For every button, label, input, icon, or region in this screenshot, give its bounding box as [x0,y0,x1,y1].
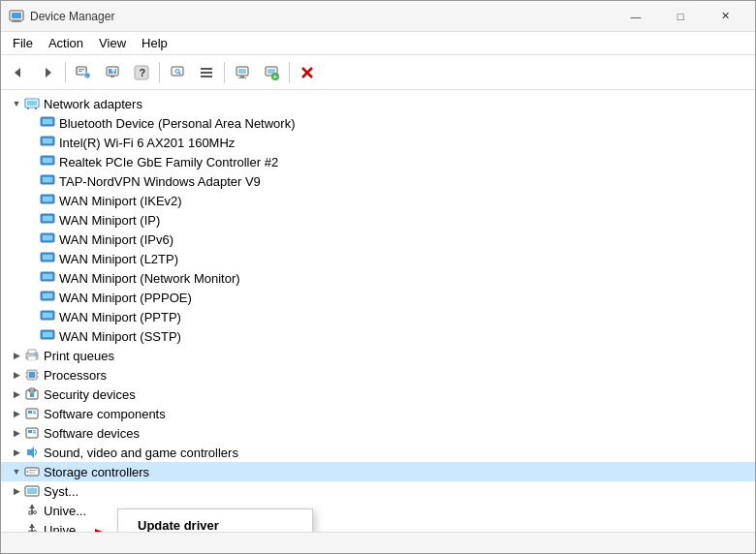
tree-realtek[interactable]: ▶ Realtek PCIe GbE Family Controller #2 [1,152,755,171]
tree-universal-2[interactable]: ▶ Unive... [1,520,755,532]
svg-marker-5 [46,68,51,77]
expand-security-devices[interactable]: ▶ [9,386,24,402]
tree-universal-1[interactable]: ▶ Unive... [1,501,755,520]
add-button[interactable]: + [258,59,285,86]
tree-storage-controllers[interactable]: ▼ Storage controllers [1,462,755,481]
tree-wan-pppoe[interactable]: ▶ WAN Miniport (PPPOE) [1,288,755,307]
scan-button[interactable] [164,59,191,86]
expand-processors[interactable]: ▶ [9,367,24,383]
expand-software-devices[interactable]: ▶ [9,425,24,441]
tree-security-devices[interactable]: ▶ Security devices [1,385,755,404]
device-manager-window: Device Manager — □ ✕ File Action View He… [0,0,756,554]
wan-pptp-label: WAN Miniport (PPTP) [59,310,181,324]
tree-tap-nord[interactable]: ▶ TAP-NordVPN Windows Adapter V9 [1,171,755,191]
svg-rect-13 [110,76,114,77]
sound-video-label: Sound, video and game controllers [44,446,238,460]
tree-sound-video[interactable]: ▶ Sound, video and game controllers [1,443,755,462]
title-bar: Device Manager — □ ✕ [1,1,755,32]
toolbar-sep-2 [159,62,160,83]
realtek-icon [40,154,55,169]
tree-wan-netmon[interactable]: ▶ WAN Miniport (Network Monitor) [1,268,755,288]
device-tree[interactable]: ▼ Network adapters ▶ [1,90,755,532]
expand-storage-controllers[interactable]: ▼ [9,464,24,479]
svg-rect-48 [43,216,52,221]
wan-ipv6-label: WAN Miniport (IPv6) [59,232,173,247]
svg-marker-95 [29,524,35,528]
tree-intel-wifi[interactable]: ▶ Intel(R) Wi-Fi 6 AX201 160MHz [1,133,755,152]
tap-nord-icon [40,173,55,189]
wan-pppoe-icon [40,290,55,305]
menu-view[interactable]: View [91,34,134,52]
svg-rect-79 [28,430,32,433]
tree-wan-l2tp[interactable]: ▶ WAN Miniport (L2TP) [1,249,755,268]
network-adapters-icon [24,96,40,111]
expand-system-devices[interactable]: ▶ [9,483,24,499]
svg-text:?: ? [140,67,146,78]
storage-controllers-icon [24,464,40,479]
expand-software-components[interactable]: ▶ [9,406,24,421]
svg-rect-1 [12,13,21,18]
context-menu: Update driver Uninstall device Scan for … [117,508,313,532]
wan-ikev2-label: WAN Miniport (IKEv2) [59,194,182,208]
wan-ikev2-icon [40,193,55,208]
close-button[interactable]: ✕ [703,1,747,32]
minimize-button[interactable]: — [614,1,658,32]
update-driver-button[interactable] [99,59,126,86]
universal-1-label: Unive... [44,504,86,518]
svg-rect-88 [27,488,37,494]
tree-wan-ip[interactable]: ▶ WAN Miniport (IP) [1,210,755,230]
intel-wifi-label: Intel(R) Wi-Fi 6 AX201 160MHz [59,136,235,150]
tree-wan-sstp[interactable]: ▶ WAN Miniport (SSTP) [1,326,755,346]
tree-system-devices[interactable]: ▶ Syst... [1,481,755,501]
expand-network-adapters[interactable]: ▼ [9,96,24,111]
back-button[interactable] [5,59,32,86]
storage-controllers-label: Storage controllers [44,465,149,479]
menu-file[interactable]: File [5,34,41,52]
svg-marker-4 [15,68,20,77]
svg-rect-58 [43,313,52,318]
tree-wan-ikev2[interactable]: ▶ WAN Miniport (IKEv2) [1,191,755,210]
svg-rect-42 [43,158,52,163]
tree-software-devices[interactable]: ▶ Software devices [1,423,755,443]
ctx-update-driver[interactable]: Update driver [118,512,312,532]
tree-software-components[interactable]: ▶ Software components [1,404,755,423]
svg-rect-25 [240,76,244,77]
network-adapters-label: Network adapters [44,97,142,111]
toolbar-sep-1 [65,62,66,83]
universal-2-label: Unive... [44,523,86,533]
tap-nord-label: TAP-NordVPN Windows Adapter V9 [59,174,261,189]
tree-processors[interactable]: ▶ Processors [1,365,755,385]
svg-point-92 [34,511,37,514]
tree-wan-pptp[interactable]: ▶ WAN Miniport (PPTP) [1,307,755,326]
tree-network-adapters[interactable]: ▼ Network adapters [1,94,755,113]
properties-button[interactable]: i [70,59,97,86]
tree-bluetooth[interactable]: ▶ Bluetooth Device (Personal Area Networ… [1,113,755,133]
expand-sound-video[interactable]: ▶ [9,445,24,460]
wan-ipv6-icon [40,231,55,247]
svg-rect-76 [33,411,36,413]
device-button[interactable] [229,59,256,86]
svg-rect-54 [43,274,52,279]
wan-ip-label: WAN Miniport (IP) [59,213,160,228]
svg-marker-90 [29,505,35,508]
view-button[interactable] [193,59,220,86]
toolbar-sep-4 [289,62,290,83]
menu-bar: File Action View Help [1,32,755,55]
tree-wan-ipv6[interactable]: ▶ WAN Miniport (IPv6) [1,230,755,249]
maximize-button[interactable]: □ [658,1,703,32]
wan-pptp-icon [40,309,55,324]
tree-print-queues[interactable]: ▶ Print queues [1,346,755,365]
help-button[interactable]: ? [128,59,155,86]
expand-print-queues[interactable]: ▶ [9,348,24,363]
svg-text:+: + [273,73,278,80]
menu-action[interactable]: Action [41,34,91,52]
wan-netmon-label: WAN Miniport (Network Monitor) [59,271,240,286]
delete-button[interactable] [294,59,321,86]
menu-help[interactable]: Help [134,34,175,52]
svg-rect-24 [238,69,246,74]
wan-netmon-icon [40,270,55,286]
forward-button[interactable] [34,59,61,86]
usb-2-icon [24,522,40,532]
usb-1-icon [24,503,40,518]
wan-ip-icon [40,212,55,228]
